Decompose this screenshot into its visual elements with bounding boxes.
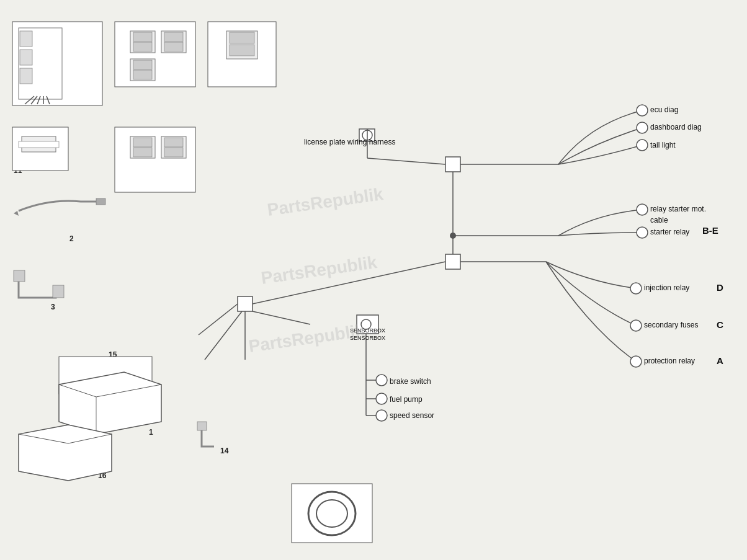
svg-rect-29 bbox=[133, 138, 152, 147]
brake-switch-label: brake switch bbox=[390, 377, 431, 386]
dashboard-diag-label: dashboard diag bbox=[650, 123, 702, 131]
speed-sensor-label: speed sensor bbox=[390, 411, 434, 420]
svg-rect-44 bbox=[445, 157, 460, 172]
wiring-diagram-svg bbox=[0, 0, 747, 560]
c-label: C bbox=[717, 319, 723, 330]
svg-point-51 bbox=[637, 122, 648, 133]
fuel-pump-label: fuel pump bbox=[390, 395, 423, 404]
svg-rect-30 bbox=[133, 148, 152, 157]
svg-rect-2 bbox=[20, 31, 32, 47]
svg-rect-12 bbox=[133, 32, 152, 42]
svg-rect-26 bbox=[19, 141, 59, 148]
svg-rect-45 bbox=[445, 254, 460, 269]
protection-relay-label: protection relay bbox=[644, 357, 695, 365]
tail-light-label: tail light bbox=[650, 141, 676, 149]
svg-rect-33 bbox=[164, 148, 183, 157]
svg-point-59 bbox=[630, 283, 642, 294]
svg-line-48 bbox=[367, 158, 445, 164]
sensorbox-label-2: SENSORBOX bbox=[350, 335, 385, 341]
svg-line-75 bbox=[205, 311, 242, 360]
svg-rect-16 bbox=[164, 42, 183, 51]
svg-rect-32 bbox=[164, 138, 183, 147]
svg-rect-19 bbox=[133, 70, 152, 79]
relay-starter-mot-label: relay starter mot. bbox=[650, 205, 706, 213]
svg-rect-35 bbox=[53, 285, 64, 298]
svg-rect-23 bbox=[230, 45, 254, 56]
secondary-fuses-label: secondary fuses bbox=[644, 321, 698, 329]
svg-rect-38 bbox=[197, 422, 207, 430]
license-plate-label: license plate wiring harness bbox=[304, 138, 395, 146]
svg-rect-18 bbox=[133, 60, 152, 69]
svg-point-72 bbox=[376, 410, 387, 421]
main-container: PartsRepublik PartsRepublik PartsRepubli… bbox=[0, 0, 747, 560]
svg-rect-15 bbox=[164, 32, 183, 42]
b-e-label: B-E bbox=[702, 225, 718, 236]
cable-label: cable bbox=[650, 216, 668, 224]
a-label: A bbox=[717, 355, 723, 366]
svg-point-52 bbox=[637, 140, 648, 151]
svg-point-50 bbox=[637, 105, 648, 116]
svg-line-62 bbox=[253, 262, 445, 304]
svg-rect-46 bbox=[238, 296, 253, 311]
svg-rect-4 bbox=[20, 68, 32, 84]
svg-point-60 bbox=[630, 320, 642, 331]
d-label: D bbox=[717, 282, 723, 293]
svg-point-57 bbox=[637, 227, 648, 238]
sensorbox-label-1: SENSORBOX bbox=[350, 327, 385, 334]
svg-rect-3 bbox=[20, 50, 32, 65]
svg-point-61 bbox=[630, 356, 642, 367]
svg-rect-36 bbox=[14, 270, 25, 282]
svg-rect-34 bbox=[96, 198, 105, 205]
svg-line-63 bbox=[253, 311, 310, 324]
ecu-diag-label: ecu diag bbox=[650, 105, 678, 114]
injection-relay-label: injection relay bbox=[644, 283, 689, 292]
svg-point-71 bbox=[376, 393, 387, 404]
svg-rect-13 bbox=[133, 42, 152, 51]
svg-point-70 bbox=[376, 375, 387, 386]
svg-line-74 bbox=[199, 304, 238, 335]
starter-relay-label: starter relay bbox=[650, 228, 689, 236]
svg-rect-22 bbox=[230, 32, 254, 43]
svg-point-56 bbox=[637, 204, 648, 215]
